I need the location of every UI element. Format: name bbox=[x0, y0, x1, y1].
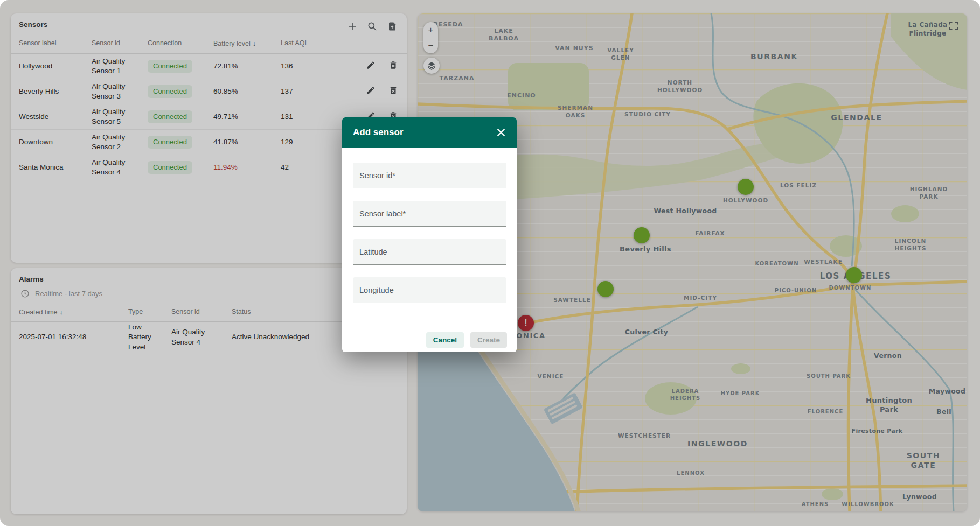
app-window: Sensors Sensor label Sensor id Connectio… bbox=[0, 0, 980, 526]
dialog-header: Add sensor bbox=[342, 117, 517, 148]
input-label: Latitude bbox=[353, 248, 387, 256]
dialog-footer: Cancel Create bbox=[342, 315, 517, 348]
cancel-button[interactable]: Cancel bbox=[426, 332, 464, 348]
create-button[interactable]: Create bbox=[470, 332, 507, 348]
close-icon[interactable] bbox=[495, 127, 507, 138]
text-input-field[interactable]: Sensor label* bbox=[353, 201, 506, 227]
dialog-title: Add sensor bbox=[353, 127, 404, 138]
input-label: Sensor id* bbox=[353, 171, 395, 180]
input-label: Longitude bbox=[353, 286, 394, 294]
text-input-field[interactable]: Latitude bbox=[353, 239, 506, 265]
text-input-field[interactable]: Longitude bbox=[353, 277, 506, 303]
input-label: Sensor label* bbox=[353, 209, 406, 218]
add-sensor-dialog: Add sensor Sensor id* Sensor label* Lati… bbox=[342, 117, 517, 352]
text-input-field[interactable]: Sensor id* bbox=[353, 163, 506, 188]
dialog-body: Sensor id* Sensor label* Latitude Longit… bbox=[342, 148, 517, 303]
